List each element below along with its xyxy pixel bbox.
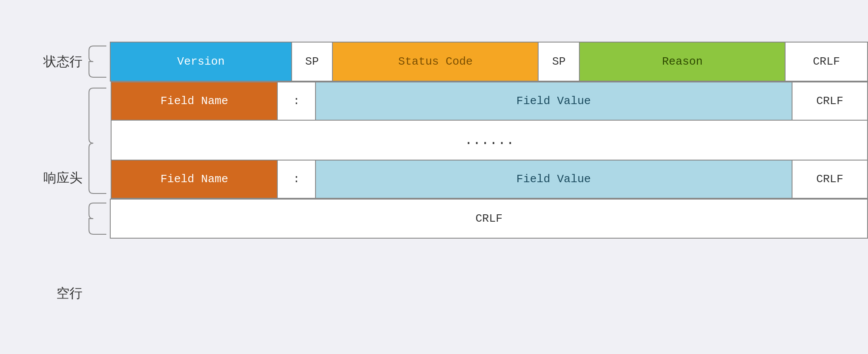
status-line-label: 状态行 — [0, 42, 87, 82]
header-row-1-table: Field Name : Field Value CRLF — [111, 82, 868, 121]
header-row-2-table: Field Name : Field Value CRLF — [111, 160, 868, 199]
status-code-cell: Status Code — [332, 42, 538, 81]
content-area: Version SP Status Code SP Reason — [87, 42, 868, 312]
crlf-cell-header-2: CRLF — [792, 160, 868, 198]
colon-cell-1: : — [277, 82, 315, 120]
status-line-section: Version SP Status Code SP Reason — [87, 42, 868, 82]
crlf-cell-status: CRLF — [785, 42, 868, 81]
empty-brace-svg — [87, 199, 110, 239]
dots-row: ...... — [111, 121, 868, 160]
colon-cell-2: : — [277, 160, 315, 198]
empty-line-crlf: CRLF — [110, 199, 868, 238]
empty-line-table: CRLF — [110, 199, 868, 239]
status-line-table: Version SP Status Code SP Reason — [110, 42, 868, 82]
response-header-label-text: 响应头 — [0, 120, 87, 236]
version-cell: Version — [110, 42, 291, 81]
field-value-cell-2: Field Value — [316, 160, 792, 198]
response-header-section: Field Name : Field Value CRLF — [87, 82, 868, 199]
header-brace-svg — [87, 82, 111, 199]
field-name-cell-2: Field Name — [111, 160, 277, 198]
response-header-label-bottom — [0, 236, 87, 274]
crlf-cell-header-1: CRLF — [792, 82, 868, 120]
field-name-cell-1: Field Name — [111, 82, 277, 120]
diagram: 状态行 响应头 空行 Version — [0, 42, 868, 312]
empty-line-label: 空行 — [0, 274, 87, 312]
response-header-label — [0, 82, 87, 120]
reason-cell: Reason — [579, 42, 785, 81]
labels-column: 状态行 响应头 空行 — [0, 42, 87, 312]
header-rows-container: Field Name : Field Value CRLF — [111, 82, 868, 199]
status-brace-svg — [87, 42, 110, 82]
sp1-cell: SP — [292, 42, 333, 81]
field-value-cell-1: Field Value — [316, 82, 792, 120]
empty-line-section: CRLF — [87, 199, 868, 239]
sp2-cell: SP — [538, 42, 579, 81]
